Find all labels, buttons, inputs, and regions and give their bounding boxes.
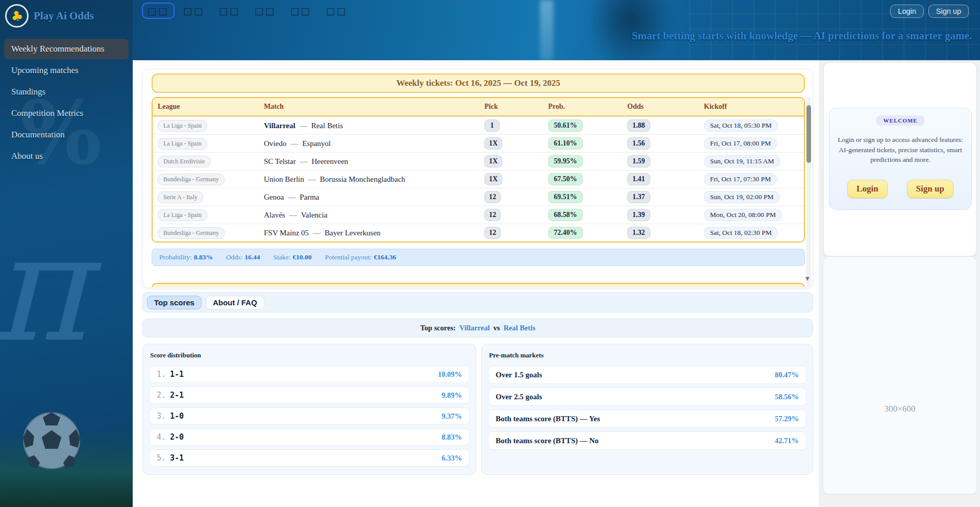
league-badge: Bundesliga - Germany [158,227,225,239]
probability-badge: 69.51% [548,191,583,203]
scrollbar-down-arrow-icon[interactable]: ▼ [805,276,810,281]
sidebar-nav-item[interactable]: Weekly Recommendations [4,39,129,59]
match-dash: — [313,229,321,237]
match-dash: — [308,175,316,184]
auth-buttons: Login Sign up [890,5,969,18]
home-team: Villarreal [264,122,296,130]
soccer-ball-image [22,412,81,470]
col-header-prob: Prob. [543,103,622,111]
tab-about-faq[interactable]: About / FAQ [206,296,264,309]
sidebar-nav-item[interactable]: Standings [4,82,129,102]
kickoff-badge: Sun, Oct 19, 11:15 AM [704,155,780,167]
ticket-match-row[interactable]: Dutch Eredivisie SC Telstar — Heerenveen… [153,152,804,170]
sidebar-nav-item[interactable]: About us [4,146,129,166]
home-team: Alavés [264,211,285,220]
score-row: 2. 2-1 9.89% [149,387,470,404]
sidebar-nav-item[interactable]: Documentation [4,125,129,145]
away-team-link[interactable]: Real Betis [503,324,535,332]
col-header-league: League [153,103,259,111]
home-team: FSV Mainz 05 [264,229,309,237]
flag-filter-icon[interactable]: □□ [285,3,317,19]
market-label: Over 2.5 goals [496,393,542,401]
score-probability: 9.37% [442,412,462,421]
scrollbar-thumb[interactable] [806,105,811,163]
match-name: SC Telstar — Heerenveen [259,157,479,166]
home-team-link[interactable]: Villarreal [459,324,490,332]
score-probability: 6.33% [442,454,462,463]
away-team: Bayer Leverkusen [325,229,381,237]
league-badge: La Liga - Spain [158,138,207,150]
score-row: 4. 2-0 8.83% [149,428,470,446]
ad-placeholder-size: 300×600 [823,404,976,414]
score-distribution-title: Score distribution [150,351,470,359]
flag-filter-icon[interactable]: □□ [213,3,246,19]
odds-value: 16.44 [244,253,260,261]
ticket-match-row[interactable]: La Liga - Spain Oviedo — Espanyol 1X 61.… [153,134,804,152]
probability-badge: 50.61% [548,119,583,132]
score-rank: 4. [157,432,166,442]
market-probability: 80.47% [775,371,799,379]
kickoff-badge: Mon, Oct 20, 08:00 PM [704,209,782,221]
welcome-signup-button[interactable]: Sign up [907,180,953,198]
away-team: Heerenveen [311,157,348,166]
col-header-odds: Odds [622,103,699,111]
payout-label: Potential payout: [325,253,372,261]
vs-label: vs [493,324,500,332]
away-team: Parma [300,193,319,202]
odds-badge: 1.41 [627,173,650,185]
flag-filter-icon[interactable]: □□ [321,3,353,19]
brand[interactable]: ♣ Play Ai Odds [5,4,94,28]
welcome-login-button[interactable]: Login [847,180,888,198]
odds-badge: 1.56 [627,137,650,150]
welcome-buttons: Login Sign up [829,180,971,198]
sidebar-nav-item[interactable]: Upcoming matches [4,60,129,81]
market-row: Both teams score (BTTS) — No 42.71% [488,431,806,450]
ticket-match-row[interactable]: La Liga - Spain Villarreal — Real Betis … [153,116,804,134]
match-name: Villarreal — Real Betis [259,122,479,130]
odds-badge: 1.39 [627,209,650,221]
tab-top-scores[interactable]: Top scores [147,296,202,309]
probability-badge: 72.40% [548,227,583,239]
score-row: 5. 3-1 6.33% [149,449,470,467]
pick-badge: 12 [484,191,501,203]
sidebar-nav-item[interactable]: Competition Metrics [4,103,129,124]
score-probability: 8.83% [442,433,462,442]
kickoff-badge: Sat, Oct 18, 05:30 PM [704,119,778,132]
away-team: Espanyol [302,139,331,148]
tabs-bar: Top scores About / FAQ [142,292,813,312]
match-dash: — [300,122,307,130]
score-value: 2-1 [170,391,184,400]
signup-button[interactable]: Sign up [928,5,969,18]
score-probability: 10.09% [438,370,462,379]
score-rank: 1. [157,370,166,379]
login-button[interactable]: Login [890,5,923,18]
league-badge: La Liga - Spain [158,209,207,221]
ticket-match-row[interactable]: Bundesliga - Germany Union Berlin — Boru… [153,170,804,188]
away-team: Borussia Monchengladbach [320,175,405,184]
ticket-match-row[interactable]: La Liga - Spain Alavés — Valencia 12 68.… [153,206,804,224]
odds-label: Odds: [226,253,242,261]
home-team: Oviedo [264,139,286,148]
match-dash: — [290,139,298,148]
sidebar-nav: Weekly Recommendations Upcoming matches … [4,39,129,167]
flag-filter-icon[interactable]: □□ [249,3,282,19]
ticket-match-row[interactable]: Bundesliga - Germany FSV Mainz 05 — Baye… [153,224,804,242]
pick-badge: 12 [484,227,501,239]
sidebar: % π ♣ Play Ai Odds Weekly Recommendation… [0,0,133,507]
match-name: Genoa — Parma [259,193,479,202]
flag-filter-icon[interactable]: □□ [142,3,175,19]
score-distribution-panel: Score distribution 1. 1-1 10.09% 2. 2-1 … [142,344,476,475]
probability-badge: 67.50% [548,173,583,185]
prematch-markets-panel: Pre-match markets Over 1.5 goals 80.47% … [481,344,813,475]
flag-filter-icon[interactable]: □□ [178,3,210,19]
score-rank: 3. [157,412,166,421]
away-team: Real Betis [311,122,343,130]
market-probability: 42.71% [775,437,799,445]
tickets-scroll-area[interactable]: League Match Pick Prob. Odds Kickoff La … [152,97,805,287]
col-header-match: Match [259,103,479,111]
home-team: Union Berlin [264,175,304,184]
col-header-kickoff: Kickoff [699,103,804,111]
score-value: 2-0 [170,432,184,442]
ticket-match-row[interactable]: Serie A - Italy Genoa — Parma 12 69.51% … [153,188,804,206]
kickoff-badge: Fri, Oct 17, 07:30 PM [704,173,777,185]
